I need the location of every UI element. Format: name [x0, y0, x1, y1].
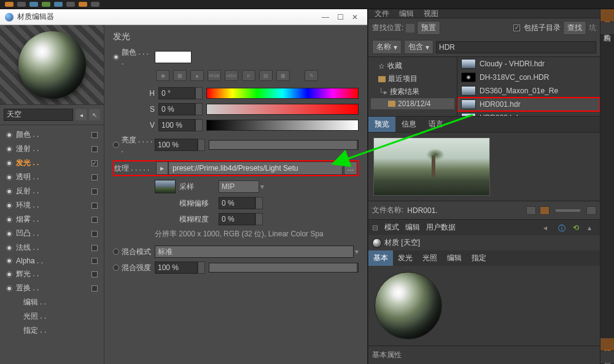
checkbox[interactable]: [91, 203, 98, 209]
file-item[interactable]: Cloudy - VHDRI.hdr: [457, 57, 600, 71]
channel-发光[interactable]: 发光 . .: [4, 156, 100, 170]
checkbox[interactable]: [91, 174, 98, 180]
maximize-button[interactable]: ☐: [333, 13, 348, 21]
checkbox[interactable]: [91, 188, 98, 195]
channel-凹凸[interactable]: 凹凸 . .: [4, 227, 100, 241]
spinner[interactable]: [195, 103, 203, 115]
spinner[interactable]: [255, 213, 263, 225]
window-titlebar[interactable]: 材质编辑器 — ☐ ✕: [0, 9, 367, 25]
channel-漫射[interactable]: 漫射 . .: [4, 142, 100, 156]
location-icon[interactable]: [406, 24, 414, 33]
userdata-menu[interactable]: 用户数据: [426, 222, 456, 233]
sample-dropdown[interactable]: MIP: [219, 180, 259, 193]
checkbox[interactable]: [91, 217, 98, 223]
brightness-slider[interactable]: [209, 140, 359, 150]
toolbar-icon[interactable]: [5, 2, 14, 7]
vtab-properties[interactable]: 属性: [600, 338, 614, 351]
edit-menu[interactable]: 编辑: [397, 9, 416, 19]
tab-edit[interactable]: 编辑: [442, 250, 467, 266]
picture-icon[interactable]: ▲: [190, 70, 204, 81]
brightness-enable-radio[interactable]: [113, 142, 119, 148]
spinner[interactable]: [195, 119, 203, 131]
file-item[interactable]: DS360_Maxon_01e_Re: [457, 84, 600, 98]
tab-language[interactable]: 语言: [422, 117, 449, 132]
file-item[interactable]: HDR002.hdr: [457, 111, 600, 116]
texture-thumbnail[interactable]: [155, 180, 176, 193]
tab-illumination[interactable]: 光照: [418, 250, 442, 266]
checkbox[interactable]: [91, 271, 98, 277]
radio[interactable]: [6, 160, 12, 166]
mix-strength-slider[interactable]: [209, 263, 359, 273]
material-name-input[interactable]: 天空: [4, 109, 73, 121]
material-preview[interactable]: [0, 25, 104, 105]
toolbar-icon[interactable]: [66, 2, 75, 7]
hsv-mode-icon[interactable]: HSV: [225, 70, 238, 81]
val-slider[interactable]: [206, 120, 359, 131]
zoom-slider[interactable]: [556, 209, 580, 212]
channel-辉光[interactable]: 辉光 . .: [4, 267, 100, 281]
channel-光照[interactable]: 光照 . .: [4, 309, 100, 323]
file-item[interactable]: HDR001.hdr: [457, 98, 600, 111]
view-icon[interactable]: [526, 206, 536, 215]
close-button[interactable]: ✕: [348, 13, 362, 21]
help-icon[interactable]: ⓘ: [558, 223, 567, 232]
view-menu[interactable]: 视图: [421, 9, 441, 19]
tab-basic[interactable]: 基本: [368, 250, 393, 266]
color-swatch[interactable]: [155, 51, 192, 63]
brightness-input[interactable]: 100 %: [155, 139, 198, 151]
radio[interactable]: [6, 174, 12, 180]
vtab-content-browser[interactable]: 内容浏览器: [600, 9, 614, 22]
tree-item-recent[interactable]: 最近项目: [371, 72, 454, 85]
radio[interactable]: [6, 132, 12, 138]
spinner[interactable]: [198, 261, 205, 274]
channel-Alpha[interactable]: Alpha . .: [4, 255, 100, 267]
spinner[interactable]: [198, 139, 205, 151]
spinner[interactable]: [255, 197, 263, 209]
find-button[interactable]: 查找: [563, 21, 586, 35]
spectrum-icon[interactable]: ▦: [173, 70, 187, 81]
mix-mode-radio[interactable]: [113, 249, 119, 255]
browse-button[interactable]: …: [344, 161, 357, 175]
radio[interactable]: [6, 258, 12, 264]
tree-item-favorites[interactable]: ☆收藏: [371, 60, 454, 72]
hue-input[interactable]: 0 °: [158, 87, 195, 99]
zoom-slider-icon[interactable]: [540, 206, 550, 215]
grid-icon[interactable]: [586, 206, 596, 215]
radio[interactable]: [6, 188, 12, 195]
color-wheel-icon[interactable]: ◉: [156, 70, 169, 81]
subfolders-checkbox[interactable]: [513, 25, 520, 31]
color-enable-radio[interactable]: [113, 54, 119, 60]
refresh-icon[interactable]: ⟲: [573, 223, 581, 232]
tab-assign[interactable]: 指定: [467, 250, 491, 266]
texture-menu-button[interactable]: ▸: [156, 161, 168, 175]
search-text-input[interactable]: HDR: [436, 41, 596, 53]
mix-mode-dropdown[interactable]: 标准: [155, 246, 354, 258]
sat-input[interactable]: 0 %: [158, 103, 195, 115]
file-list[interactable]: Cloudy - VHDRI.hdrDH-318VC_con.HDRDS360_…: [457, 57, 600, 116]
nav-back-icon[interactable]: ◂: [543, 223, 552, 232]
eyedropper-icon[interactable]: ✎: [305, 70, 318, 81]
checkbox[interactable]: [91, 231, 98, 237]
checkbox[interactable]: [91, 258, 98, 264]
texture-path-field[interactable]: preset://Prime.lib4d/Presets/Light Setu: [168, 161, 343, 175]
vtab-structure[interactable]: 构造: [600, 22, 614, 35]
toolbar-icon[interactable]: [42, 2, 50, 7]
radio[interactable]: [6, 203, 12, 209]
tree-item-date[interactable]: 2018/12/4: [371, 98, 454, 109]
radio[interactable]: [6, 285, 12, 292]
channel-反射[interactable]: 反射 . .: [4, 184, 100, 198]
hue-slider[interactable]: [206, 88, 359, 99]
folder-tree[interactable]: ☆收藏 最近项目 └▸搜索结果 2018/12/4: [368, 57, 457, 116]
channel-颜色[interactable]: 颜色 . .: [4, 128, 100, 142]
channel-环境[interactable]: 环境 . .: [4, 198, 100, 212]
radio[interactable]: [6, 231, 12, 237]
nav-prev-button[interactable]: ◂: [76, 109, 87, 120]
radio[interactable]: [6, 245, 12, 251]
checkbox[interactable]: [91, 160, 98, 166]
mix-strength-radio[interactable]: [113, 265, 119, 271]
channel-烟雾[interactable]: 烟雾 . .: [4, 212, 100, 227]
preset-button[interactable]: 预置: [417, 21, 440, 35]
checkbox[interactable]: [91, 132, 98, 138]
channel-法线[interactable]: 法线 . .: [4, 241, 100, 255]
mode-menu[interactable]: 模式: [384, 222, 399, 233]
